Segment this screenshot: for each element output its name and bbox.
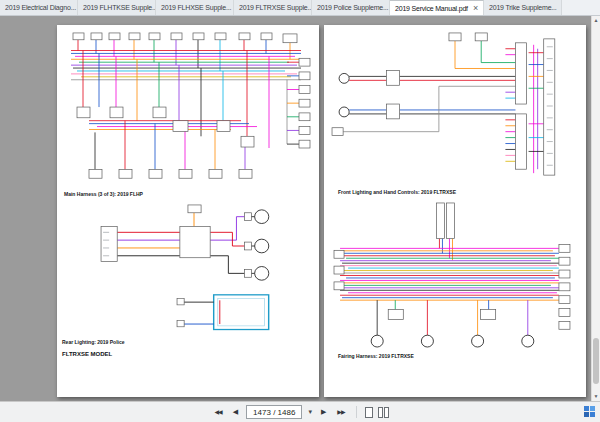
previous-page-button[interactable]: ◀ bbox=[230, 406, 241, 418]
document-canvas: Main Harness (3 of 3): 2019 FLHP bbox=[0, 16, 591, 401]
toolbar-divider bbox=[356, 406, 357, 418]
navigation-toolbar: ◀◀ ◀ 1473 / 1486 ▾ ▶ ▶▶ bbox=[0, 401, 600, 422]
main-harness-diagram bbox=[61, 31, 313, 187]
fairing-harness-diagram bbox=[332, 201, 578, 349]
scroll-down-icon[interactable]: ▼ bbox=[592, 392, 600, 401]
page-number-input[interactable]: 1473 / 1486 bbox=[246, 405, 302, 419]
last-page-button[interactable]: ▶▶ bbox=[334, 406, 347, 418]
front-lighting-diagram bbox=[328, 29, 580, 185]
pdf-page-right: Front Lighting and Hand Controls: 2019 F… bbox=[324, 25, 586, 397]
single-page-view-icon[interactable] bbox=[365, 407, 373, 418]
tab-flhtkse-supplement[interactable]: 2019 FLHTKSE Supple... bbox=[78, 0, 156, 15]
tab-label: 2019 Trike Suppleme... bbox=[489, 4, 557, 11]
caption-rear-lighting: Rear Lighting: 2019 Police bbox=[62, 339, 125, 345]
vertical-scrollbar[interactable]: ▲ ▼ bbox=[591, 16, 600, 401]
caption-main-harness: Main Harness (3 of 3): 2019 FLHP bbox=[64, 191, 143, 197]
rear-lamp-box-diagram bbox=[175, 293, 287, 335]
tab-label: 2019 FLHTKSE Supple... bbox=[83, 4, 156, 11]
tab-electrical-diagnostics[interactable]: 2019 Electrical Diagno... bbox=[0, 0, 78, 15]
tab-police-supplement[interactable]: 2019 Police Suppleme... bbox=[312, 0, 390, 15]
tab-label: 2019 FLTRXSE Supple... bbox=[239, 4, 312, 11]
pdf-page-left: Main Harness (3 of 3): 2019 FLHP bbox=[57, 25, 319, 397]
caption-front-lighting: Front Lighting and Hand Controls: 2019 F… bbox=[338, 189, 456, 195]
scroll-up-icon[interactable]: ▲ bbox=[592, 16, 600, 25]
page-menu-icon[interactable]: ▾ bbox=[307, 406, 313, 418]
thumbnail-grid-icon[interactable] bbox=[584, 406, 595, 417]
tab-fltrxse-supplement[interactable]: 2019 FLTRXSE Supple... bbox=[234, 0, 312, 15]
facing-pages-view-icon[interactable] bbox=[378, 407, 389, 418]
scrollbar-thumb[interactable] bbox=[593, 338, 599, 384]
next-page-button[interactable]: ▶ bbox=[318, 406, 329, 418]
close-tab-icon[interactable]: × bbox=[473, 4, 478, 13]
document-tab-bar: 2019 Electrical Diagno... 2019 FLHTKSE S… bbox=[0, 0, 600, 16]
pdf-viewer-window: 2019 Electrical Diagno... 2019 FLHTKSE S… bbox=[0, 0, 600, 422]
model-label: FLTRXSE MODEL bbox=[62, 351, 112, 357]
tab-label: 2019 Police Suppleme... bbox=[317, 4, 388, 11]
tab-label: 2019 Service Manual.pdf bbox=[395, 5, 468, 12]
first-page-button[interactable]: ◀◀ bbox=[211, 406, 224, 418]
tab-service-manual-active[interactable]: 2019 Service Manual.pdf × bbox=[390, 0, 484, 15]
caption-fairing-harness: Fairing Harness: 2019 FLTRXSE bbox=[338, 353, 414, 359]
tab-label: 2019 FLHXSE Supple... bbox=[161, 4, 231, 11]
tab-label: 2019 Electrical Diagno... bbox=[5, 4, 76, 11]
rear-lighting-diagram bbox=[97, 203, 289, 289]
tab-trike-supplement[interactable]: 2019 Trike Suppleme... bbox=[484, 0, 562, 15]
tab-flhxse-supplement[interactable]: 2019 FLHXSE Supple... bbox=[156, 0, 234, 15]
